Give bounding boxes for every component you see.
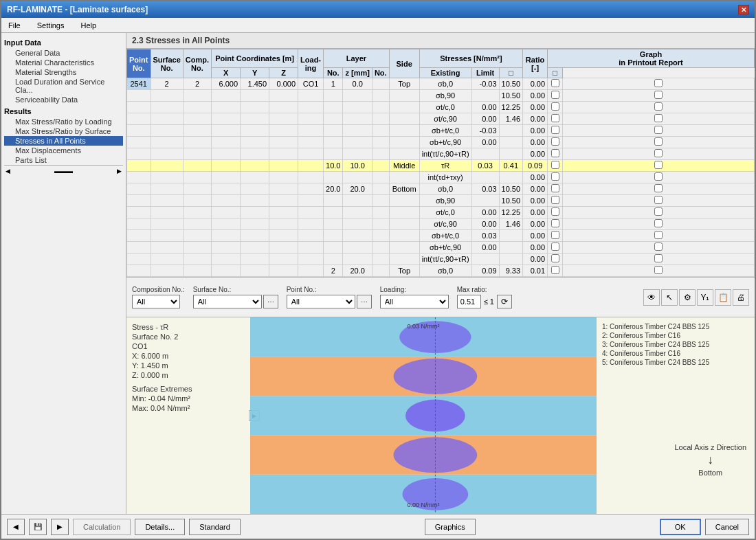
chart-area: Stress - τR Surface No. 2 CO1 X: 6.000 m…: [126, 317, 755, 514]
cursor-icon-btn[interactable]: ↖: [661, 289, 678, 306]
point-filter-btn[interactable]: ⋯: [357, 295, 372, 308]
chart-legend: 1: Coniferous Timber C24 BBS 1252: Conif…: [597, 317, 755, 514]
col-header-side: Side: [389, 49, 419, 78]
table-row: σt/c,00.0012.250.00: [127, 102, 755, 113]
table-row: σb,9010.500.00: [127, 90, 755, 102]
sidebar-item-stresses-all-points[interactable]: Stresses in All Points: [4, 136, 123, 146]
export-icon-btn[interactable]: 📋: [715, 289, 731, 306]
col-sub-layer-no: No.: [324, 68, 343, 78]
toolbar-icons: 👁 ↖ ⚙ Y₁ 📋 🖨: [643, 289, 749, 306]
col-header-graph: Graphin Printout Report: [548, 49, 755, 68]
table-row: σb+t/c,00.030.00: [127, 230, 755, 242]
legend-item: 2: Coniferous Timber C16: [602, 332, 749, 339]
ratio-limit: ≤ 1: [484, 297, 494, 306]
main-content: Input Data General Data Material Charact…: [1, 33, 755, 514]
sidebar-item-general-data[interactable]: General Data: [4, 48, 123, 58]
table-row: σt/c,900.001.460.00: [127, 113, 755, 125]
table-area[interactable]: PointNo. SurfaceNo. Comp.No. Point Coord…: [126, 49, 755, 278]
sidebar-item-max-displacements[interactable]: Max Displacements: [4, 146, 123, 155]
loading-filter: Loading: All: [380, 286, 449, 308]
sidebar-item-parts-list[interactable]: Parts List: [4, 155, 123, 165]
cancel-button[interactable]: Cancel: [705, 519, 749, 535]
close-button[interactable]: ✕: [738, 5, 749, 14]
chart-surface-label: Surface No. 2: [132, 333, 245, 341]
table-row: σb,9010.500.00: [127, 195, 755, 207]
point-label: Point No.:: [287, 286, 372, 293]
table-row: σt/c,00.0012.250.00: [127, 207, 755, 218]
sidebar-item-serviceability[interactable]: Serviceability Data: [4, 95, 123, 104]
table-row: σb+t/c,900.000.00: [127, 137, 755, 148]
title-bar: RF-LAMINATE - [Laminate surfaces] ✕: [1, 1, 755, 18]
ratio-value: 0.51: [457, 295, 481, 308]
surface-label: Surface No.:: [193, 286, 278, 293]
col-sub-z: Z: [269, 68, 298, 78]
ok-button[interactable]: OK: [660, 519, 701, 535]
chart-info: Stress - τR Surface No. 2 CO1 X: 6.000 m…: [126, 317, 250, 514]
filter-bar: Composition No.: All Surface No.: All ⋯: [126, 278, 755, 317]
filter-icon-btn[interactable]: Y₁: [697, 289, 713, 306]
sidebar-item-material-strengths[interactable]: Material Strengths: [4, 67, 123, 77]
chart-stress-label: Stress - τR: [132, 323, 245, 331]
composition-select[interactable]: All: [132, 295, 180, 308]
nav-save-btn[interactable]: 💾: [29, 519, 47, 535]
col-sub-x: X: [212, 68, 241, 78]
chart-z: Z: 0.000 m: [132, 371, 245, 379]
col-header-surface: SurfaceNo.: [151, 49, 183, 78]
col-sub-graph1: □: [499, 68, 523, 78]
legend-item: 1: Coniferous Timber C24 BBS 125: [602, 323, 749, 330]
nav-forward-btn[interactable]: ▶: [51, 519, 69, 535]
table-row: 20.020.0Bottomσb,00.0310.500.00: [127, 183, 755, 195]
settings-icon-btn[interactable]: ⚙: [679, 289, 696, 306]
chart-loading: CO1: [132, 342, 245, 350]
sidebar: Input Data General Data Material Charact…: [1, 33, 126, 514]
ratio-reset-btn[interactable]: ⟳: [497, 295, 512, 308]
extremes-title: Surface Extremes: [132, 385, 245, 393]
results-section-header: Results: [4, 107, 123, 115]
chart-y: Y: 1.450 m: [132, 361, 245, 370]
surface-filter: Surface No.: All ⋯: [193, 286, 278, 308]
menu-settings[interactable]: Settings: [33, 20, 69, 31]
menu-help[interactable]: Help: [76, 20, 100, 31]
top-axis-label: 0.03 N/mm²: [407, 323, 439, 330]
point-select[interactable]: All: [287, 295, 355, 308]
sidebar-bottom: ◀ ▬▬▬ ▶: [4, 165, 123, 176]
max-ratio-label: Max ratio:: [457, 286, 512, 293]
table-row: 2541226.0001.4500.000CO110.0Topσb,0-0.03…: [127, 78, 755, 90]
loading-label: Loading:: [380, 286, 449, 293]
loading-select[interactable]: All: [380, 295, 449, 308]
sidebar-item-material-char[interactable]: Material Characteristics: [4, 58, 123, 67]
col-sub-zmm: z [mm]: [343, 68, 372, 78]
sidebar-item-max-stress-loading[interactable]: Max Stress/Ratio by Loading: [4, 117, 123, 126]
table-row: int(τt/c,90+τR)0.00: [127, 254, 755, 265]
extremes-min: Min: -0.04 N/mm²: [132, 394, 245, 403]
menu-file[interactable]: File: [4, 20, 25, 31]
standard-button[interactable]: Standard: [189, 519, 241, 535]
table-row: 10.010.0MiddleτR0.030.410.09: [127, 160, 755, 172]
nav-back-btn[interactable]: ◀: [7, 519, 25, 535]
surface-select[interactable]: All: [193, 295, 262, 308]
legend-items: 1: Coniferous Timber C24 BBS 1252: Conif…: [602, 323, 749, 366]
table-row: σb+t/c,900.000.00: [127, 242, 755, 254]
composition-label: Composition No.:: [132, 286, 185, 293]
section-title: 2.3 Stresses in All Points: [126, 33, 755, 49]
main-window: RF-LAMINATE - [Laminate surfaces] ✕ File…: [0, 0, 756, 540]
surface-filter-btn[interactable]: ⋯: [263, 295, 278, 308]
bottom-bar: ◀ 💾 ▶ Calculation Details... Standard Gr…: [1, 514, 755, 539]
legend-item: 4: Coniferous Timber C16: [602, 350, 749, 357]
graphics-button[interactable]: Graphics: [425, 519, 476, 535]
col-header-ratio: Ratio[-]: [523, 49, 548, 78]
details-button[interactable]: Details...: [135, 519, 185, 535]
sidebar-item-load-duration[interactable]: Load Duration and Service Cla...: [4, 77, 123, 95]
col-sub-layer-no2: No.: [372, 68, 389, 78]
chart-x: X: 6.000 m: [132, 352, 245, 360]
eye-icon-btn[interactable]: 👁: [643, 289, 660, 306]
col-sub-limit: Limit: [471, 68, 499, 78]
chart-visual: 0.03 N/mm²: [250, 317, 597, 514]
max-ratio-filter: Max ratio: 0.51 ≤ 1 ⟳: [457, 286, 512, 308]
col-sub-graph2: □: [548, 68, 563, 78]
sidebar-item-max-stress-surface[interactable]: Max Stress/Ratio by Surface: [4, 126, 123, 136]
bottom-axis-label: 0.00 N/mm²: [407, 502, 439, 508]
right-panel: 2.3 Stresses in All Points PointNo. Surf…: [126, 33, 755, 514]
calculation-button[interactable]: Calculation: [73, 519, 131, 535]
print-icon-btn[interactable]: 🖨: [733, 289, 749, 306]
